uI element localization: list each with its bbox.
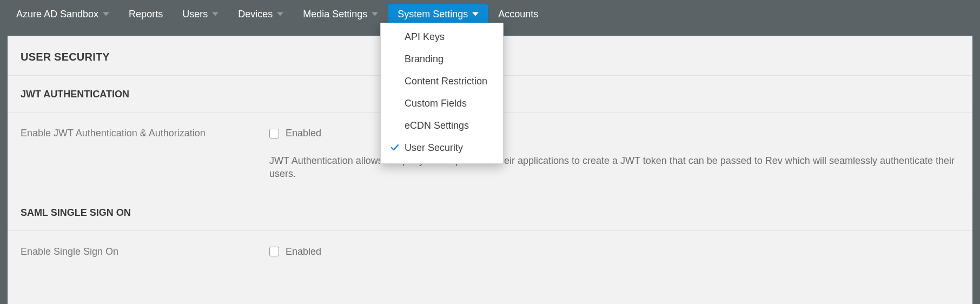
nav-item-label: Azure AD Sandbox xyxy=(16,9,98,20)
nav-item-label: Media Settings xyxy=(303,9,367,20)
dropdown-item-user-security[interactable]: User Security xyxy=(381,137,503,159)
section-title-saml: SAML SINGLE SIGN ON xyxy=(8,194,972,230)
nav-item-system-settings[interactable]: System Settings xyxy=(388,4,488,24)
form-row-saml-enable: Enable Single Sign On Enabled xyxy=(8,230,972,270)
help-text-jwt: JWT Authentication allows 3rd party deve… xyxy=(269,154,959,181)
check-icon xyxy=(390,143,399,155)
dropdown-item-branding[interactable]: Branding xyxy=(381,48,503,70)
dropdown-item-label: Custom Fields xyxy=(405,98,467,109)
dropdown-item-api-keys[interactable]: API Keys xyxy=(381,26,503,48)
checkbox-jwt-enabled[interactable] xyxy=(269,129,279,138)
caret-down-icon xyxy=(372,11,378,17)
checkbox-saml-enabled[interactable] xyxy=(269,247,279,256)
caret-down-icon xyxy=(472,11,479,17)
caret-down-icon xyxy=(277,11,283,17)
caret-down-icon xyxy=(212,11,218,17)
nav-item-users[interactable]: Users xyxy=(173,4,228,24)
checkbox-line-jwt: Enabled xyxy=(269,128,959,139)
checkbox-label-jwt: Enabled xyxy=(286,128,321,139)
nav-item-devices[interactable]: Devices xyxy=(228,4,293,24)
system-settings-dropdown: API Keys Branding Content Restriction Cu… xyxy=(380,23,504,164)
dropdown-item-label: Content Restriction xyxy=(405,76,487,87)
nav-item-label: Accounts xyxy=(498,9,538,20)
dropdown-item-custom-fields[interactable]: Custom Fields xyxy=(381,92,503,115)
nav-item-label: Users xyxy=(182,9,208,20)
form-field-jwt: Enabled JWT Authentication allows 3rd pa… xyxy=(269,128,959,181)
dropdown-item-label: Branding xyxy=(405,54,443,65)
dropdown-item-label: User Security xyxy=(405,142,463,154)
checkbox-line-saml: Enabled xyxy=(269,246,959,257)
nav-item-reports[interactable]: Reports xyxy=(119,4,173,24)
nav-item-azure-ad-sandbox[interactable]: Azure AD Sandbox xyxy=(6,4,119,24)
form-label-jwt: Enable JWT Authentication & Authorizatio… xyxy=(21,128,269,139)
dropdown-item-ecdn-settings[interactable]: eCDN Settings xyxy=(381,115,503,137)
nav-item-label: Reports xyxy=(129,9,163,20)
checkbox-label-saml: Enabled xyxy=(286,246,321,257)
dropdown-item-label: eCDN Settings xyxy=(405,120,469,131)
dropdown-item-content-restriction[interactable]: Content Restriction xyxy=(381,70,503,92)
form-field-saml: Enabled xyxy=(269,246,959,257)
form-label-saml: Enable Single Sign On xyxy=(21,246,269,257)
nav-item-label: System Settings xyxy=(398,9,468,20)
nav-item-label: Devices xyxy=(238,9,273,20)
caret-down-icon xyxy=(103,11,109,17)
dropdown-item-label: API Keys xyxy=(405,31,445,43)
nav-item-media-settings[interactable]: Media Settings xyxy=(293,4,388,24)
nav-item-accounts[interactable]: Accounts xyxy=(488,4,548,24)
